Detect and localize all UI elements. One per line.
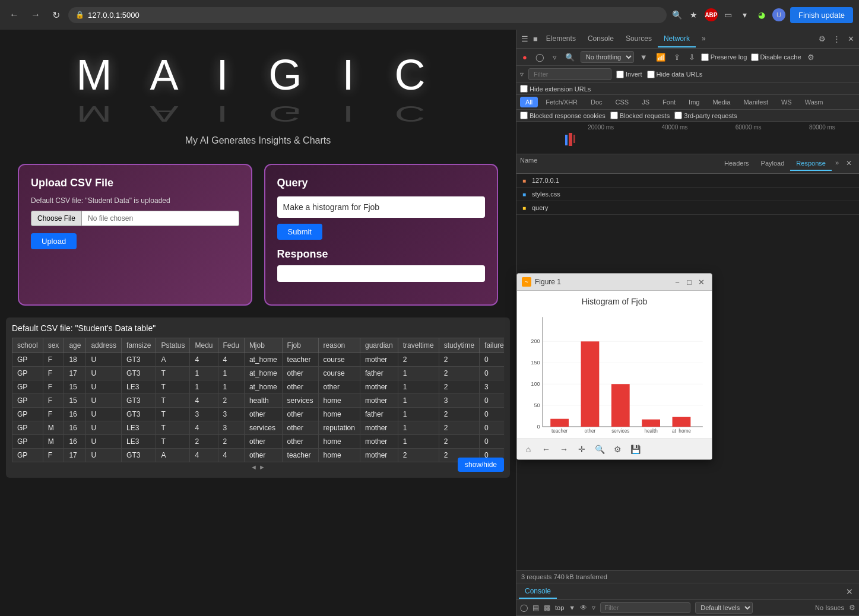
type-btn-js[interactable]: JS [636, 97, 655, 107]
sub-tab-response[interactable]: Response [790, 157, 832, 171]
console-clear-icon[interactable]: ◯ [520, 604, 528, 612]
blocked-requests-label[interactable]: Blocked requests [610, 112, 670, 119]
network-row[interactable]: ■ 127.0.0.1 [516, 174, 859, 188]
figure-maximize-button[interactable]: □ [683, 276, 695, 288]
upload-button[interactable]: Upload [31, 233, 77, 249]
back-button[interactable]: ← [6, 7, 23, 23]
record-button[interactable]: ● [520, 52, 530, 63]
type-btn-wasm[interactable]: Wasm [800, 97, 829, 107]
table-header-row: schoolsexageaddressfamsizePstatusMeduFed… [12, 338, 505, 353]
preserve-log-checkbox[interactable] [701, 53, 709, 61]
type-btn-fetch-xhr[interactable]: Fetch/XHR [540, 97, 583, 107]
filter-toggle-button[interactable]: ▿ [550, 52, 559, 63]
devtools-hamburger-icon[interactable]: ☰ [519, 32, 531, 46]
sub-tab-more[interactable]: » [832, 157, 842, 171]
tab-more[interactable]: » [696, 31, 712, 47]
throttle-dropdown[interactable]: ▼ [638, 52, 650, 63]
bookmark-icon[interactable]: ★ [688, 9, 700, 21]
clear-button[interactable]: ◯ [533, 52, 547, 63]
table-cell: GT3 [122, 393, 156, 407]
data-table-wrapper[interactable]: schoolsexageaddressfamsizePstatusMeduFed… [12, 338, 504, 462]
download-icon[interactable]: ⇩ [686, 52, 698, 63]
figure-forward-button[interactable]: → [556, 442, 572, 457]
tab-console[interactable]: Console [582, 31, 620, 47]
hide-data-urls-checkbox[interactable] [647, 71, 655, 78]
disable-cache-label[interactable]: Disable cache [751, 53, 801, 61]
forward-button[interactable]: → [27, 7, 44, 23]
invert-label[interactable]: Invert [616, 71, 642, 78]
search-icon[interactable]: 🔍 [671, 9, 683, 21]
tab-elements[interactable]: Elements [540, 31, 582, 47]
figure-save-button[interactable]: 💾 [627, 442, 643, 457]
file-name-display: No file chosen [82, 211, 239, 226]
upload-icon[interactable]: ⇧ [671, 52, 683, 63]
type-btn-doc[interactable]: Doc [585, 97, 608, 107]
table-col-Mjob: Mjob [244, 338, 282, 353]
svg-text:other: other [585, 428, 596, 433]
finish-update-button[interactable]: Finish update [790, 7, 853, 23]
figure-home-button[interactable]: ⌂ [521, 442, 536, 457]
third-party-checkbox[interactable] [674, 112, 682, 119]
network-row[interactable]: ■ query [516, 201, 859, 215]
hide-ext-checkbox[interactable] [520, 85, 528, 93]
type-btn-media[interactable]: Media [707, 97, 736, 107]
wifi-icon[interactable]: 📶 [654, 52, 668, 63]
console-top-dropdown[interactable]: ▼ [569, 604, 575, 611]
type-btn-manifest[interactable]: Manifest [738, 97, 774, 107]
submit-button[interactable]: Submit [277, 224, 322, 240]
type-btn-font[interactable]: Font [657, 97, 681, 107]
console-layout-icon[interactable]: ▤ [532, 604, 539, 612]
hide-data-urls-label[interactable]: Hide data URLs [647, 71, 703, 78]
vpn-icon[interactable]: ◕ [756, 9, 768, 21]
console-close-button[interactable]: ✕ [842, 587, 857, 596]
console-layout2-icon[interactable]: ▩ [544, 604, 550, 612]
screenshot-icon[interactable]: ▭ [722, 9, 734, 21]
close-icon[interactable]: ✕ [845, 32, 857, 46]
invert-checkbox[interactable] [616, 71, 624, 78]
tab-sources[interactable]: Sources [620, 31, 658, 47]
tab-network[interactable]: Network [658, 31, 696, 47]
sub-tab-headers[interactable]: Headers [718, 157, 755, 171]
query-input[interactable] [277, 196, 486, 218]
console-tab-console[interactable]: Console [519, 585, 557, 599]
search-button[interactable]: 🔍 [563, 52, 577, 63]
figure-pan-button[interactable]: ✛ [574, 442, 589, 457]
close-sub-panel-button[interactable]: ✕ [842, 157, 855, 171]
devtools-inspect-icon[interactable]: ■ [531, 32, 540, 46]
network-col-name-header[interactable]: Name [520, 157, 718, 171]
overflow-icon[interactable]: ⋮ [831, 32, 843, 46]
figure-configure-button[interactable]: ⚙ [610, 442, 625, 457]
address-bar[interactable]: 🔒 127.0.0.1:5000 [68, 7, 667, 23]
blocked-response-cookies-checkbox[interactable] [520, 112, 528, 119]
figure-minimize-button[interactable]: − [671, 276, 683, 288]
type-btn-ws[interactable]: WS [776, 97, 797, 107]
figure-back-button[interactable]: ← [538, 442, 554, 457]
type-btn-img[interactable]: Img [683, 97, 705, 107]
throttle-select[interactable]: No throttling [581, 51, 634, 63]
console-levels-select[interactable]: Default levels [695, 602, 753, 614]
figure-zoom-button[interactable]: 🔍 [592, 442, 607, 457]
console-filter-input[interactable] [600, 602, 690, 613]
preserve-log-label[interactable]: Preserve log [701, 53, 747, 61]
sub-tab-payload[interactable]: Payload [755, 157, 791, 171]
type-btn-css[interactable]: CSS [610, 97, 635, 107]
profile-icon[interactable]: U [772, 8, 785, 21]
disable-cache-checkbox[interactable] [751, 53, 759, 61]
console-eye-icon[interactable]: 👁 [580, 604, 587, 612]
filter-input[interactable] [528, 68, 611, 80]
extensions-icon[interactable]: ▾ [739, 9, 751, 21]
more-settings-icon[interactable]: ⚙ [805, 52, 817, 63]
show-hide-button[interactable]: show/hide [458, 458, 504, 472]
console-settings-icon[interactable]: ⚙ [849, 604, 855, 612]
settings-icon[interactable]: ⚙ [816, 32, 828, 46]
hide-ext-label[interactable]: Hide extension URLs [520, 85, 591, 93]
abp-icon[interactable]: ABP [705, 8, 718, 21]
network-row[interactable]: ■ styles.css [516, 188, 859, 201]
blocked-response-cookies-label[interactable]: Blocked response cookies [520, 112, 606, 119]
figure-close-button[interactable]: ✕ [695, 276, 707, 288]
third-party-label[interactable]: 3rd-party requests [674, 112, 737, 119]
choose-file-button[interactable]: Choose File [31, 211, 82, 226]
reload-button[interactable]: ↻ [49, 7, 64, 23]
blocked-requests-checkbox[interactable] [610, 112, 618, 119]
type-btn-all[interactable]: All [520, 97, 538, 107]
